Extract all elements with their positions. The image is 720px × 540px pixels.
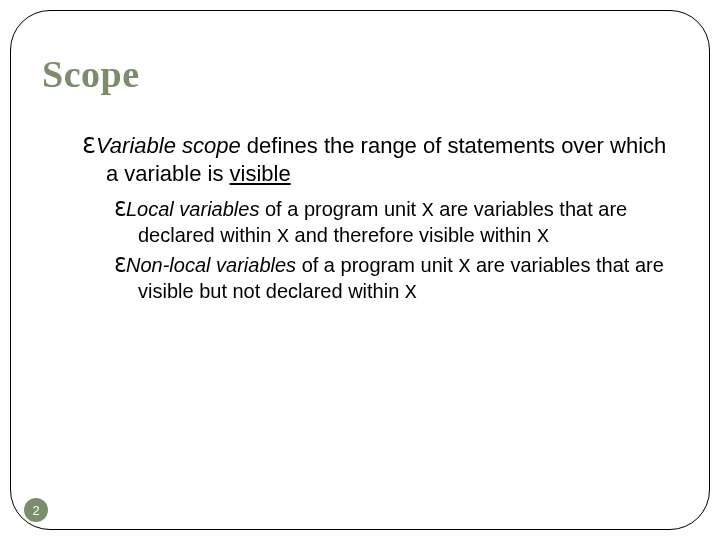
page-number: 2 (32, 503, 39, 518)
slide: Scope ƐVariable scope defines the range … (0, 0, 720, 540)
text-italic: Variable scope (96, 133, 241, 158)
slide-body: ƐVariable scope defines the range of sta… (42, 132, 678, 309)
text-underline: visible (230, 161, 291, 186)
text-mono: X (458, 255, 470, 278)
text-mono: X (537, 225, 549, 248)
text-mono: X (405, 281, 417, 304)
text: of a program unit (296, 254, 458, 276)
text-mono: X (422, 199, 434, 222)
text-italic: Non-local variables (126, 254, 296, 276)
text-mono: X (277, 225, 289, 248)
bullet-sub-1: ƐLocal variables of a program unit X are… (42, 197, 678, 249)
bullet-icon: Ɛ (114, 198, 126, 220)
bullet-icon: Ɛ (114, 254, 126, 276)
bullet-main-1: ƐVariable scope defines the range of sta… (42, 132, 678, 187)
bullet-icon: Ɛ (82, 133, 96, 158)
page-number-badge: 2 (24, 498, 48, 522)
bullet-sub-2: ƐNon-local variables of a program unit X… (42, 253, 678, 305)
text: and therefore visible within (289, 224, 537, 246)
text: of a program unit (259, 198, 421, 220)
slide-title: Scope (42, 52, 140, 96)
text-italic: Local variables (126, 198, 259, 220)
